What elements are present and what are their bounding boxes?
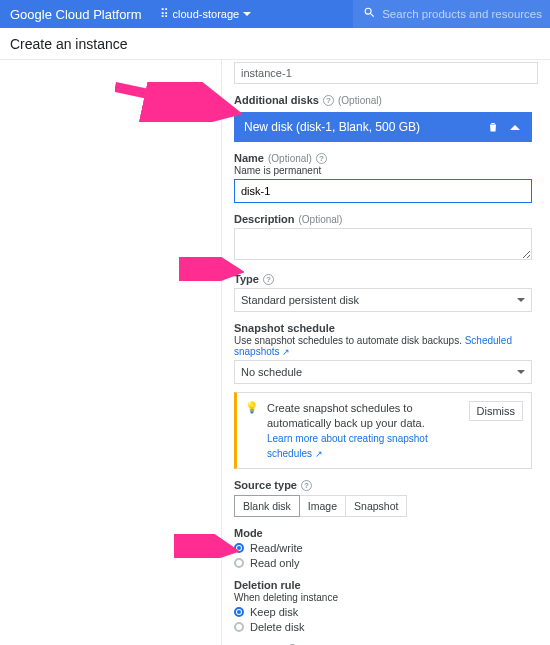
name-label: Name [234, 152, 264, 164]
search-icon [363, 6, 376, 22]
source-type-label: Source type [234, 479, 297, 491]
search-bar[interactable]: Search products and resources [353, 0, 550, 28]
top-app-bar: Google Cloud Platform ⠿ cloud-storage Se… [0, 0, 550, 28]
annotation-arrow [179, 257, 244, 281]
collapse-icon[interactable] [508, 120, 522, 134]
optional-label: (Optional) [338, 95, 382, 106]
instance-name-input[interactable] [234, 62, 538, 84]
project-selector[interactable]: ⠿ cloud-storage [160, 7, 252, 21]
deletion-keep-radio[interactable]: Keep disk [234, 606, 532, 618]
source-blank-disk[interactable]: Blank disk [234, 495, 300, 517]
snapshot-label: Snapshot schedule [234, 322, 335, 334]
disk-description-input[interactable] [234, 228, 532, 260]
mode-readwrite-radio[interactable]: Read/write [234, 542, 532, 554]
source-image[interactable]: Image [300, 495, 346, 517]
search-placeholder: Search products and resources [382, 8, 542, 20]
page-title: Create an instance [0, 28, 550, 60]
project-name: cloud-storage [173, 8, 240, 20]
help-icon[interactable]: ? [316, 153, 327, 164]
source-snapshot[interactable]: Snapshot [346, 495, 407, 517]
disk-type-select[interactable]: Standard persistent disk [234, 288, 532, 312]
annotation-arrow [174, 534, 239, 558]
caret-down-icon [517, 370, 525, 374]
brand-logo: Google Cloud Platform [10, 7, 142, 22]
help-icon[interactable]: ? [263, 274, 274, 285]
help-icon[interactable]: ? [301, 480, 312, 491]
lightbulb-icon: 💡 [245, 401, 259, 414]
external-link-icon: ↗ [282, 347, 290, 357]
project-icon: ⠿ [160, 7, 169, 21]
dismiss-button[interactable]: Dismiss [469, 401, 524, 421]
disk-header-title: New disk (disk-1, Blank, 500 GB) [244, 120, 420, 134]
description-label: Description [234, 213, 295, 225]
snapshot-schedule-select[interactable]: No schedule [234, 360, 532, 384]
disk-name-input[interactable] [234, 179, 532, 203]
name-hint: Name is permanent [234, 165, 532, 176]
svg-line-2 [174, 542, 230, 550]
deletion-label: Deletion rule [234, 579, 301, 591]
caret-down-icon [517, 298, 525, 302]
help-icon[interactable]: ? [323, 95, 334, 106]
caret-down-icon [243, 12, 251, 16]
disk-section-header[interactable]: New disk (disk-1, Blank, 500 GB) [234, 112, 532, 142]
source-type-segmented: Blank disk Image Snapshot [234, 495, 532, 517]
annotation-arrow [115, 82, 245, 122]
learn-more-link[interactable]: Learn more about creating snapshot sched… [267, 433, 428, 459]
mode-readonly-radio[interactable]: Read only [234, 557, 532, 569]
delete-disk-icon[interactable] [486, 120, 500, 134]
deletion-delete-radio[interactable]: Delete disk [234, 621, 532, 633]
main-panel: Additional disks ? (Optional) New disk (… [222, 60, 550, 645]
additional-disks-label: Additional disks [234, 94, 319, 106]
snapshot-tip: 💡 Create snapshot schedules to automatic… [234, 392, 532, 469]
external-link-icon: ↗ [315, 449, 323, 459]
svg-line-1 [179, 265, 235, 271]
svg-line-0 [115, 87, 233, 112]
